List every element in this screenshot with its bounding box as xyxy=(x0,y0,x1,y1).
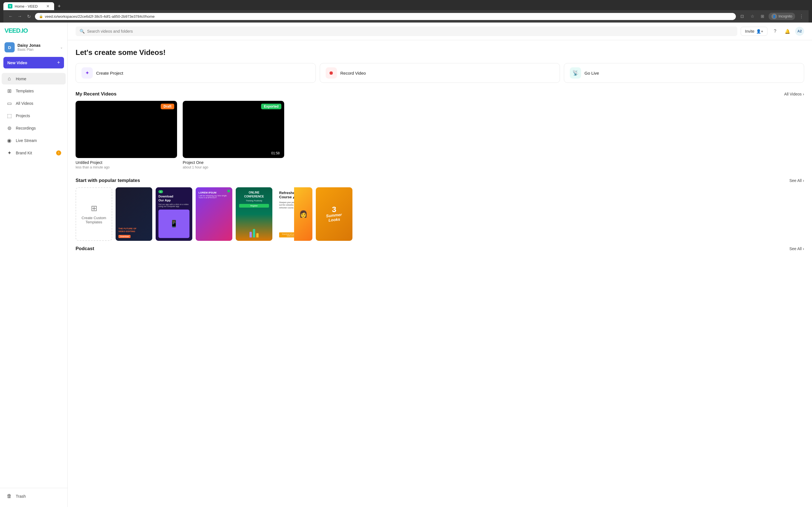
incognito-avatar: 👤 xyxy=(771,13,777,19)
active-tab[interactable]: V Home - VEED ✕ xyxy=(3,2,54,10)
recent-videos-title: My Recent Videos xyxy=(75,91,116,97)
template-card[interactable]: 3 SummerLooks xyxy=(316,187,352,241)
incognito-badge[interactable]: 👤 Incognito xyxy=(769,13,795,20)
sidebar: VEED.IO D Daisy Jonas Basic Plan ⌄ New V… xyxy=(0,22,68,507)
back-button[interactable]: ← xyxy=(7,12,15,20)
brand-kit-icon: ✦ xyxy=(6,150,12,156)
new-video-button[interactable]: New Video + xyxy=(3,57,64,68)
recordings-icon: ⊚ xyxy=(6,125,12,131)
create-custom-label: Create Custom Templates xyxy=(79,216,109,224)
templates-icon: ⊞ xyxy=(6,88,12,94)
help-icon[interactable]: ? xyxy=(770,26,780,36)
chevron-right-icon: › xyxy=(803,246,804,251)
all-videos-link[interactable]: All Videos › xyxy=(784,92,804,96)
user-plan: Basic Plan xyxy=(17,48,57,52)
forward-button[interactable]: → xyxy=(16,12,24,20)
template-title: OnlineConference xyxy=(239,191,269,199)
sidebar-item-projects[interactable]: ⬚ Projects xyxy=(2,110,66,122)
page-content: Let's create some Videos! ✦ Create Proje… xyxy=(68,40,812,263)
template-card[interactable]: OnlineConference Thinking Positively Reg… xyxy=(236,187,272,241)
template-sub: Thinking Positively xyxy=(239,200,269,202)
template-photo: 👩 xyxy=(294,187,312,241)
template-bg: OnlineConference Thinking Positively Reg… xyxy=(236,187,272,241)
new-tab-button[interactable]: + xyxy=(55,2,63,10)
sidebar-item-label: Projects xyxy=(16,114,30,118)
video-grid: Draft Untitled Project less than a minut… xyxy=(75,101,804,169)
sidebar-item-trash[interactable]: 🗑 Trash xyxy=(2,490,66,502)
user-profile[interactable]: D Daisy Jonas Basic Plan ⌄ xyxy=(0,40,67,57)
user-name: Daisy Jonas xyxy=(17,43,57,48)
sidebar-item-brand-kit[interactable]: ✦ Brand Kit ! xyxy=(2,147,66,159)
video-thumbnail: Draft xyxy=(75,101,177,158)
url-text: veed.io/workspaces/22ce6d2f-38c5-4df1-a8… xyxy=(45,14,155,18)
video-thumbnail: Exported 01:58 xyxy=(183,101,284,158)
templates-scroll: ⊞ Create Custom Templates THE FUTURE OFV… xyxy=(75,187,804,243)
template-bg: LOREM IPSUM I will be releasing my new s… xyxy=(196,187,232,241)
create-custom-template-card[interactable]: ⊞ Create Custom Templates xyxy=(75,187,112,241)
sidebar-item-label: Live Stream xyxy=(16,138,37,143)
plus-icon: + xyxy=(57,60,60,66)
video-card[interactable]: Exported 01:58 Project One about 1 hour … xyxy=(183,101,284,169)
main-content: 🔍 Invite 👤+ ? 🔔 A2 Let's create some Vid… xyxy=(68,22,812,507)
template-img-placeholder: 📱 xyxy=(158,210,190,238)
user-info: Daisy Jonas Basic Plan xyxy=(17,43,57,52)
sidebar-item-label: Trash xyxy=(16,494,26,499)
sidebar-bottom: 🗑 Trash xyxy=(0,488,67,503)
sidebar-item-home[interactable]: ⌂ Home xyxy=(2,73,66,84)
go-live-card[interactable]: 📡 Go Live xyxy=(564,63,804,83)
browser-chrome: V Home - VEED ✕ + ← → ↻ 🔒 veed.io/worksp… xyxy=(0,0,812,22)
sidebar-item-templates[interactable]: ⊞ Templates xyxy=(2,85,66,97)
chevron-right-icon: › xyxy=(803,92,804,96)
create-project-card[interactable]: ✦ Create Project xyxy=(75,63,316,83)
draft-badge: Draft xyxy=(161,104,174,109)
projects-icon: ⬚ xyxy=(6,113,12,119)
record-video-icon: ⏺ xyxy=(326,67,337,78)
tab-favicon: V xyxy=(8,4,12,8)
sidebar-item-recordings[interactable]: ⊚ Recordings xyxy=(2,122,66,134)
template-text: LOREM IPSUM xyxy=(199,191,230,194)
template-card[interactable]: LOREM IPSUM I will be releasing my new s… xyxy=(196,187,232,241)
template-dot xyxy=(227,189,230,192)
app: VEED.IO D Daisy Jonas Basic Plan ⌄ New V… xyxy=(0,22,812,507)
sidebar-item-label: All Videos xyxy=(16,101,33,106)
logo: VEED.IO xyxy=(0,27,67,40)
template-cta: Download xyxy=(118,235,131,238)
template-badge: ● xyxy=(158,190,163,193)
topbar: 🔍 Invite 👤+ ? 🔔 A2 xyxy=(68,22,812,40)
chevron-right-icon: › xyxy=(803,178,804,183)
templates-see-all[interactable]: See All › xyxy=(790,178,804,183)
podcast-title: Podcast xyxy=(75,246,94,251)
bell-icon[interactable]: 🔔 xyxy=(783,26,792,36)
topbar-actions: Invite 👤+ ? 🔔 A2 xyxy=(741,26,804,36)
podcast-see-all[interactable]: See All › xyxy=(790,246,804,251)
template-cta: Register xyxy=(239,204,269,208)
template-card[interactable]: THE FUTURE OFVIDEO EDITING Download xyxy=(116,187,152,241)
search-icon: 🔍 xyxy=(80,29,85,34)
record-video-card[interactable]: ⏺ Record Video xyxy=(320,63,560,83)
video-card[interactable]: Draft Untitled Project less than a minut… xyxy=(75,101,177,169)
invite-button[interactable]: Invite 👤+ xyxy=(741,27,767,36)
sidebar-item-live-stream[interactable]: ◉ Live Stream xyxy=(2,135,66,147)
reload-button[interactable]: ↻ xyxy=(25,12,33,20)
search-input[interactable] xyxy=(87,29,733,34)
invite-user-icon: 👤+ xyxy=(756,29,763,34)
cast-icon[interactable]: ⊡ xyxy=(738,12,746,20)
exported-badge: Exported xyxy=(261,104,282,109)
sidebar-item-all-videos[interactable]: ▭ All Videos xyxy=(2,98,66,109)
home-icon: ⌂ xyxy=(6,76,12,82)
video-time: about 1 hour ago xyxy=(183,165,284,169)
template-card[interactable]: RefresherCourse 🖊 Sharpen your pencils a… xyxy=(276,187,312,241)
tab-close-button[interactable]: ✕ xyxy=(46,4,50,8)
bookmark-icon[interactable]: ☆ xyxy=(748,12,756,20)
all-videos-icon: ▭ xyxy=(6,100,12,107)
template-card[interactable]: ● DownloadOur App Get our app with a cli… xyxy=(156,187,192,241)
user-avatar-topbar[interactable]: A2 xyxy=(795,27,804,36)
menu-button[interactable]: ⋮ xyxy=(797,12,805,20)
create-project-icon: ✦ xyxy=(82,67,93,78)
search-bar[interactable]: 🔍 xyxy=(75,26,737,36)
address-bar[interactable]: 🔒 veed.io/workspaces/22ce6d2f-38c5-4df1-… xyxy=(35,13,736,20)
template-sub: I will be releasing my new single. Tune … xyxy=(199,194,230,199)
sidebar-nav: ⌂ Home ⊞ Templates ▭ All Videos ⬚ Projec… xyxy=(0,73,67,488)
extensions-icon[interactable]: ⊞ xyxy=(758,12,766,20)
template-text: THE FUTURE OFVIDEO EDITING xyxy=(118,227,149,233)
